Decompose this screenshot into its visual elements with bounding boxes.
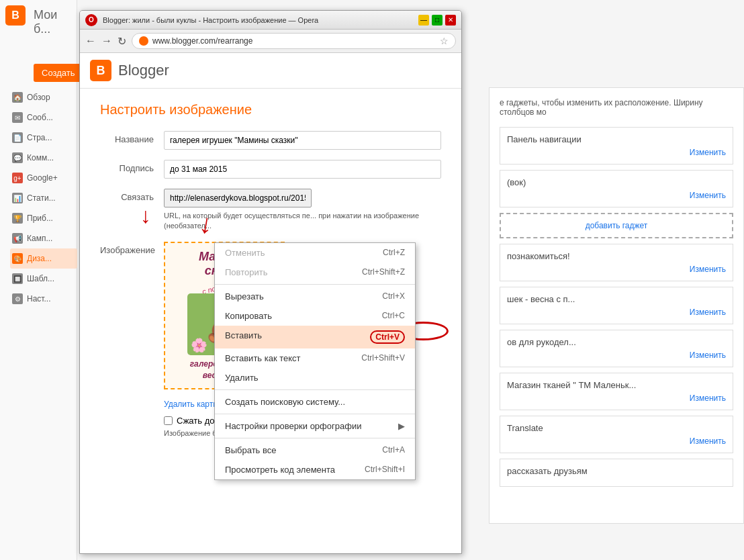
maximize-button[interactable]: □	[432, 15, 443, 26]
blogger-inner-brand: Blogger	[118, 62, 169, 79]
chart-icon: 📊	[12, 193, 23, 203]
ctx-divider-2	[215, 389, 415, 390]
campaign-icon: 📢	[12, 233, 23, 244]
page-icon: 📄	[12, 132, 23, 143]
sidebar-item-stati[interactable]: 📊 Стати...	[10, 188, 77, 208]
opera-logo: O	[85, 14, 97, 26]
blogger-inner-logo: B	[90, 60, 111, 81]
form-row-caption: Подпись	[100, 160, 441, 179]
sidebar-item-kamp[interactable]: 📢 Камп...	[10, 228, 77, 248]
sidebar-item-obzor[interactable]: 🏠 Обзор	[10, 87, 77, 107]
url-text: www.blogger.com/rearrange	[152, 36, 436, 46]
url-bar[interactable]: www.blogger.com/rearrange ☆	[132, 33, 456, 49]
ctx-divider-4	[215, 438, 415, 438]
caption-input[interactable]	[164, 160, 441, 179]
ctx-item-vyrezat[interactable]: Вырезать Ctrl+X	[215, 287, 415, 306]
submenu-arrow: ▶	[398, 421, 405, 431]
blogger-logo-bg: B	[5, 5, 26, 26]
name-label: Название	[100, 131, 154, 144]
trophy-icon: 🏆	[12, 213, 23, 224]
red-arrow-annotation-1: ↓	[140, 203, 151, 228]
pozn-edit-link[interactable]: Изменить	[507, 265, 726, 274]
right-panel: е гаджеты, чтобы изменить их расположени…	[489, 87, 744, 524]
design-icon: 🎨	[12, 253, 23, 264]
close-button[interactable]: ✕	[445, 15, 456, 26]
form-row-name: Название	[100, 131, 441, 150]
ctx-item-vstavit[interactable]: Вставить Ctrl+V	[215, 326, 415, 348]
sidebar-item-shabl[interactable]: 🔲 Шабл...	[10, 269, 77, 289]
form-row-link: Связать ↓	[100, 189, 441, 207]
right-item-rasskazat: рассказать друзьям	[500, 459, 733, 487]
ctx-item-prosmotr[interactable]: Просмотреть код элемента Ctrl+Shift+I	[215, 460, 415, 479]
create-button-bg[interactable]: Создать	[34, 64, 83, 82]
sidebar-item-soob[interactable]: ✉ Сооб...	[10, 107, 77, 128]
template-icon: 🔲	[12, 273, 23, 284]
sidebar-item-stra[interactable]: 📄 Стра...	[10, 128, 77, 148]
minimize-button[interactable]: —	[418, 15, 429, 26]
right-item-pozn: познакомиться! Изменить	[500, 244, 733, 281]
name-input[interactable]	[164, 131, 441, 150]
sidebar-item-prib[interactable]: 🏆 Приб...	[10, 208, 77, 228]
link-label: Связать	[100, 189, 154, 202]
right-item-nav: Панель навигации Изменить	[500, 127, 733, 165]
opera-toolbar: ← → ↻ www.blogger.com/rearrange ☆	[80, 30, 461, 53]
right-item-shek: шек - весна с п... Изменить	[500, 287, 733, 324]
compress-checkbox[interactable]	[164, 416, 173, 425]
ctx-divider-3	[215, 414, 415, 414]
message-icon: ✉	[12, 112, 23, 123]
caption-label: Подпись	[100, 160, 154, 173]
opera-url-icon	[139, 36, 148, 46]
image-label: Изображение	[100, 242, 154, 389]
home-icon: 🏠	[12, 92, 23, 103]
back-button[interactable]: ←	[85, 35, 96, 47]
sidebar-item-komm[interactable]: 💬 Комм...	[10, 148, 77, 168]
translate-edit-link[interactable]: Изменить	[507, 436, 726, 446]
magazin-edit-link[interactable]: Изменить	[507, 393, 726, 403]
bookmark-icon[interactable]: ☆	[440, 36, 449, 46]
ctx-item-nastrojki[interactable]: Настройки проверки орфографии ▶	[215, 416, 415, 436]
settings-icon: ⚙	[12, 293, 23, 304]
ctx-item-otmenit[interactable]: Отменить Ctrl+Z	[215, 243, 415, 263]
page-title: Настроить изображение	[100, 102, 441, 118]
blogger-inner-header: B Blogger	[80, 53, 461, 89]
right-item-add[interactable]: добавить гаджет	[500, 213, 733, 238]
ctx-item-vybrat-vse[interactable]: Выбрать все Ctrl+A	[215, 440, 415, 460]
ctx-item-udalit[interactable]: Удалить	[215, 368, 415, 387]
right-item-magazin: Магазин тканей " ТМ Маленьк... Изменить	[500, 373, 733, 410]
ctx-item-povtorit[interactable]: Повторить Ctrl+Shift+Z	[215, 263, 415, 282]
reload-button[interactable]: ↻	[118, 35, 126, 48]
opera-window: O Blogger: жили - были куклы - Настроить…	[79, 10, 462, 554]
right-item-vok: (вок) Изменить	[500, 170, 733, 207]
opera-window-title: Blogger: жили - были куклы - Настроить и…	[103, 16, 413, 24]
ctx-item-sozdat[interactable]: Создать поисковую систему...	[215, 392, 415, 412]
ctx-item-kopirovat[interactable]: Копировать Ctrl+C	[215, 306, 415, 326]
forward-button[interactable]: →	[101, 35, 112, 47]
right-panel-header: е гаджеты, чтобы изменить их расположени…	[500, 98, 733, 117]
opera-titlebar: O Blogger: жили - были куклы - Настроить…	[80, 11, 461, 30]
right-item-ov: ов для рукодел... Изменить	[500, 330, 733, 367]
ov-edit-link[interactable]: Изменить	[507, 351, 726, 360]
right-item-translate: Translate Изменить	[500, 416, 733, 453]
link-input-container	[164, 189, 441, 207]
sidebar-item-google[interactable]: g+ Google+	[10, 168, 77, 188]
sidebar: B Мои б... Создать 🏠 Обзор ✉ Сооб... 📄 С…	[0, 0, 77, 560]
ctx-divider-1	[215, 284, 415, 285]
comment-icon: 💬	[12, 152, 23, 163]
opera-window-controls: — □ ✕	[418, 15, 456, 26]
sidebar-navigation: 🏠 Обзор ✉ Сооб... 📄 Стра... 💬 Комм... g+…	[10, 87, 77, 309]
link-input[interactable]	[164, 189, 312, 207]
vok-edit-link[interactable]: Изменить	[507, 191, 726, 200]
bg-blog-title: Мои б...	[34, 8, 77, 36]
flower-icon: 🌸	[191, 337, 207, 353]
ctx-item-vstavit-tekst[interactable]: Вставить как текст Ctrl+Shift+V	[215, 348, 415, 368]
sidebar-item-diza[interactable]: 🎨 Диза...	[10, 248, 77, 269]
context-menu[interactable]: Отменить Ctrl+Z Повторить Ctrl+Shift+Z В…	[214, 242, 416, 480]
sidebar-item-nast[interactable]: ⚙ Наст...	[10, 289, 77, 309]
nav-edit-link[interactable]: Изменить	[507, 148, 726, 157]
shek-edit-link[interactable]: Изменить	[507, 308, 726, 317]
gplus-icon: g+	[12, 173, 23, 183]
